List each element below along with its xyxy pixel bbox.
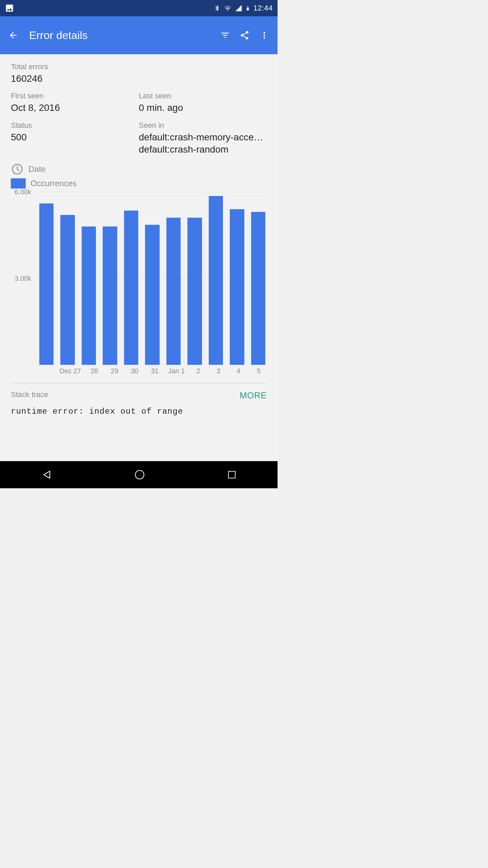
last-seen-value: 0 min. ago <box>139 102 264 114</box>
x-tick-label: 2 <box>191 367 205 375</box>
seen-in-line1: default:crash-memory-acces… <box>139 131 264 143</box>
x-tick-label: 29 <box>108 367 121 375</box>
stack-trace-header: Stack trace <box>11 390 48 399</box>
seen-in-label: Seen in <box>139 121 264 130</box>
nav-back-icon[interactable] <box>41 469 53 481</box>
x-tick-label: 30 <box>128 367 141 375</box>
first-seen-value: Oct 8, 2016 <box>11 102 136 114</box>
nav-recents-icon[interactable] <box>227 470 237 480</box>
nav-home-icon[interactable] <box>134 469 145 480</box>
app-bar: Error details <box>0 16 278 54</box>
total-errors-label: Total errors <box>11 62 267 71</box>
y-tick-label: 6.00k <box>15 188 31 196</box>
wifi-icon <box>223 4 232 12</box>
battery-icon <box>245 4 250 13</box>
svg-rect-2 <box>228 471 235 478</box>
chart-bar <box>145 225 159 364</box>
last-seen-label: Last seen <box>139 92 264 100</box>
navigation-bar <box>0 461 278 488</box>
x-tick-label <box>39 367 53 375</box>
occurrences-chart: 3.00k6.00k Dec 2728293031Jan 12345 <box>11 192 267 375</box>
legend-occurrences-swatch <box>11 178 26 189</box>
x-tick-label: 5 <box>252 367 265 375</box>
more-options-button[interactable] <box>257 27 272 43</box>
clock-icon <box>11 163 24 176</box>
x-tick-label: 3 <box>212 367 225 375</box>
chart-bar <box>230 209 244 365</box>
chart-bar <box>209 196 223 364</box>
x-tick-label: 4 <box>232 367 245 375</box>
total-errors-value: 160246 <box>11 73 267 85</box>
chart-bar <box>124 211 138 365</box>
legend-date-label: Date <box>28 164 46 174</box>
main-content: Total errors 160246 First seen Oct 8, 20… <box>0 54 278 461</box>
chart-bar <box>103 226 117 365</box>
cell-icon <box>235 4 242 12</box>
page-title: Error details <box>29 29 213 42</box>
status-label: Status <box>11 121 136 130</box>
first-seen-label: First seen <box>11 92 136 100</box>
status-time: 12:44 <box>253 4 273 13</box>
chart-bar <box>60 215 75 365</box>
chart-bar <box>251 212 265 365</box>
x-tick-label: Dec 27 <box>59 367 81 375</box>
filter-button[interactable] <box>217 27 233 43</box>
seen-in-line2: default:crash-random <box>139 143 264 156</box>
back-button[interactable] <box>5 27 21 43</box>
legend-occurrences-label: Occurrences <box>30 179 77 188</box>
stack-trace-line: runtime error: index out of range <box>11 407 267 416</box>
share-button[interactable] <box>237 27 252 43</box>
x-tick-label: 28 <box>88 367 101 375</box>
svg-point-1 <box>136 470 144 479</box>
chart-bar <box>39 203 54 365</box>
status-value: 500 <box>11 131 136 143</box>
chart-bar <box>82 226 96 365</box>
status-bar: 12:44 <box>0 0 278 16</box>
gallery-status-icon <box>5 3 14 13</box>
chart-bar <box>166 218 181 365</box>
y-tick-label: 3.00k <box>15 274 31 282</box>
x-tick-label: 31 <box>148 367 161 375</box>
x-tick-label: Jan 1 <box>168 367 185 375</box>
section-divider <box>11 383 267 383</box>
more-button[interactable]: MORE <box>240 390 267 401</box>
chart-bar <box>187 218 202 365</box>
bluetooth-icon <box>214 4 221 13</box>
